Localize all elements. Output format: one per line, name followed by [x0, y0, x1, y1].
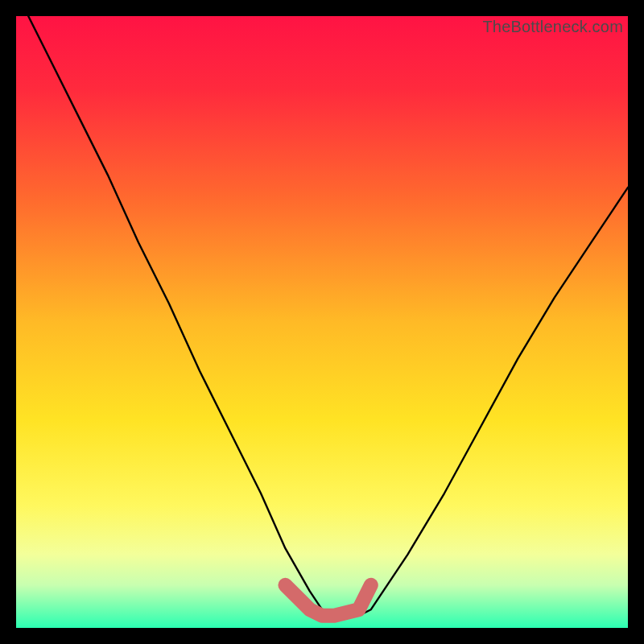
chart-frame: TheBottleneck.com [16, 16, 628, 628]
heat-gradient-background [16, 16, 628, 628]
bottleneck-chart [16, 16, 628, 628]
